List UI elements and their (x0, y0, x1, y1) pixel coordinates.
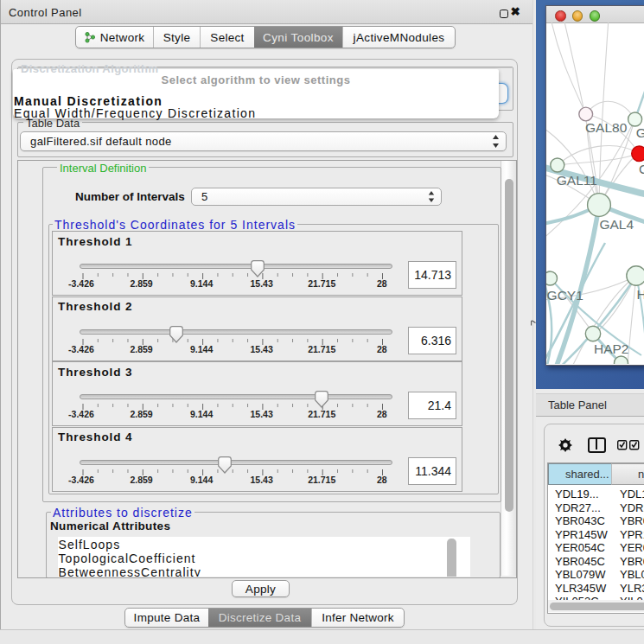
svg-text:GAL11: GAL11 (557, 173, 597, 188)
svg-text:HAP2: HAP2 (594, 341, 629, 356)
svg-text:H: H (637, 287, 644, 302)
svg-text:GAL4: GAL4 (599, 217, 634, 232)
svg-text:GCY1: GCY1 (547, 288, 583, 303)
svg-text:C: C (639, 162, 644, 176)
svg-text:G: G (636, 125, 644, 140)
svg-text:GAL80: GAL80 (585, 120, 628, 135)
